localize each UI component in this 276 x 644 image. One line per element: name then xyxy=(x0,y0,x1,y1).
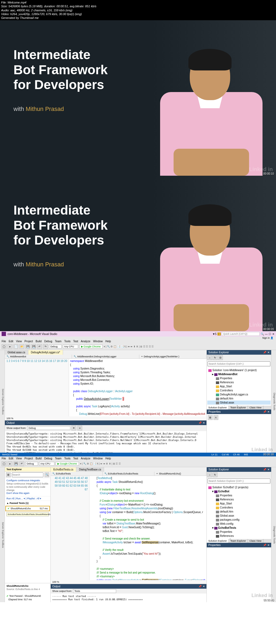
platform-dropdown[interactable]: Any CPU xyxy=(39,462,54,466)
close-icon[interactable]: ✕ xyxy=(203,585,205,588)
menu-team[interactable]: Team xyxy=(55,457,61,460)
se-tab-se[interactable]: Solution Explorer xyxy=(207,539,229,543)
menu-test[interactable]: Test xyxy=(73,340,78,343)
menu-build[interactable]: Build xyxy=(36,340,42,343)
code-content[interactable]: [TestMethod] public async Task ShouldRet… xyxy=(89,476,206,580)
right-rail[interactable]: Diagnostic Tools xyxy=(271,467,276,602)
menu-help[interactable]: Help xyxy=(105,457,111,460)
output-source-dropdown[interactable]: Tests xyxy=(73,589,116,593)
code-editor[interactable]: 1 2 3 4 5 6 7 8 9 10 11 12 13 14 15 16 1… xyxy=(5,359,206,416)
left-rail[interactable]: Server Explorer Toolbox xyxy=(0,350,5,453)
notification-badge[interactable]: 1 xyxy=(218,333,221,335)
right-rail[interactable]: Diagnostic Tools xyxy=(271,350,276,453)
ci-title[interactable]: Configure continuous integratio xyxy=(6,479,40,482)
menu-file[interactable]: File xyxy=(2,340,6,343)
passed-tests-group[interactable]: ▲ Passed Tests (1) xyxy=(5,501,50,505)
tab-dialog-testbase[interactable]: DialogTestBase.cs xyxy=(76,467,104,472)
te-run-links[interactable]: Run All | Run… ▾ | Playlist : All ▾ xyxy=(5,496,50,501)
config-dropdown[interactable]: Debug xyxy=(49,345,62,348)
menu-file[interactable]: File xyxy=(2,457,6,460)
quick-launch-input[interactable] xyxy=(222,332,260,336)
se-tab-team[interactable]: Team Explorer xyxy=(229,406,248,409)
window-close-icon[interactable]: ✕ xyxy=(272,333,274,335)
search-icon[interactable]: 🔍 xyxy=(261,333,264,335)
pin-icon[interactable]: 📌 xyxy=(198,585,202,588)
nav-back-icon[interactable]: ◯ xyxy=(2,344,6,349)
se-search-input[interactable] xyxy=(208,361,270,366)
undo-icon[interactable]: ↶ xyxy=(19,461,24,466)
run-button[interactable]: ▶ Google Chrome xyxy=(79,345,103,348)
tab-echobot-tests[interactable]: EchoBotTests.cs xyxy=(51,467,76,472)
redo-icon[interactable]: ↷ xyxy=(43,344,48,349)
config-dropdown[interactable]: Debug xyxy=(25,462,38,466)
menu-tools[interactable]: Tools xyxy=(64,340,70,343)
pin-icon[interactable]: 📌 xyxy=(263,468,266,471)
menu-edit[interactable]: Edit xyxy=(9,340,13,343)
left-rail[interactable]: Server Explorer Toolbox xyxy=(0,467,5,602)
se-home-icon[interactable]: ⌂ xyxy=(207,472,212,477)
menu-window[interactable]: Window xyxy=(93,457,103,460)
window-minimize-icon[interactable]: — xyxy=(265,333,268,335)
se-collapse-icon[interactable]: ⊟ xyxy=(218,355,223,360)
pin-icon[interactable]: 📌 xyxy=(263,351,266,354)
close-icon[interactable]: ✕ xyxy=(267,351,270,354)
se-home-icon[interactable]: ⌂ xyxy=(207,355,212,360)
close-icon[interactable]: ✕ xyxy=(267,544,270,547)
code-content[interactable]: namespace MiddlewareBot { using System.D… xyxy=(69,359,206,416)
output-text[interactable]: StoreInstanceByTypeSurrogate: visiting M… xyxy=(5,431,206,453)
bc-member[interactable]: ⚬ ShouldReturnEcho() xyxy=(154,472,206,476)
open-icon[interactable]: 📂 xyxy=(19,344,24,349)
menu-build[interactable]: Build xyxy=(36,457,42,460)
menu-team[interactable]: Team xyxy=(55,340,61,343)
word-wrap-icon[interactable]: ≡ xyxy=(77,426,82,431)
menu-test[interactable]: Test xyxy=(73,457,78,460)
se-refresh-icon[interactable]: ↻ xyxy=(213,355,218,360)
te-group-icon[interactable]: ⊞ xyxy=(6,472,11,477)
bc-member[interactable]: ⚬ DebugActivityLogger(TextWriter ) xyxy=(139,355,206,358)
menu-edit[interactable]: Edit xyxy=(9,457,13,460)
undo-icon[interactable]: ↶ xyxy=(37,344,42,349)
save-all-icon[interactable]: 💾 xyxy=(31,344,36,349)
zoom-level[interactable]: 100 % xyxy=(5,416,206,420)
pin-icon[interactable]: 📌 xyxy=(198,421,202,424)
bc-type[interactable]: 🔧 EchoBotTests.EchoBotTests xyxy=(103,472,155,476)
menu-project[interactable]: Project xyxy=(25,457,33,460)
se-refresh-icon[interactable]: ↻ xyxy=(213,472,218,477)
test-result-row[interactable]: ✔ShouldReturnEcho 517 ms xyxy=(5,506,50,511)
menu-view[interactable]: View xyxy=(16,340,22,343)
menu-tools[interactable]: Tools xyxy=(64,457,70,460)
close-icon[interactable]: ✕ xyxy=(203,421,205,424)
menu-analyze[interactable]: Analyze xyxy=(81,457,91,460)
menu-view[interactable]: View xyxy=(16,457,22,460)
pin-icon[interactable]: 📌 xyxy=(263,544,266,547)
props-az-icon[interactable]: A xyxy=(213,415,218,420)
bc-type[interactable]: 🔧 MiddlewareBot.DebugActivityLogger xyxy=(72,355,139,358)
save-icon[interactable]: 💾 xyxy=(13,461,18,466)
platform-dropdown[interactable]: Any CPU xyxy=(63,345,78,348)
vs-mode-icon[interactable]: ▼5 xyxy=(212,333,216,335)
close-icon[interactable]: ✕ xyxy=(267,410,270,413)
menu-debug[interactable]: Debug xyxy=(44,340,52,343)
solution-tree[interactable]: Solution 'core-Middleware' (1 project) ▸… xyxy=(207,367,271,406)
run-button[interactable]: ▶ Google Chrome xyxy=(56,462,79,466)
se-tab-class[interactable]: Class View xyxy=(248,539,263,543)
window-maximize-icon[interactable]: ☐ xyxy=(269,333,271,335)
tab-debug-activity-logger[interactable]: DebugActivityLogger.cs* xyxy=(28,350,63,355)
menu-window[interactable]: Window xyxy=(93,340,103,343)
se-tab-class[interactable]: Class View xyxy=(248,406,263,409)
search-icon[interactable]: 🔍 xyxy=(44,472,49,477)
new-file-icon[interactable]: 📄 xyxy=(13,344,18,349)
te-search-input[interactable] xyxy=(12,472,43,477)
ci-dismiss-link[interactable]: Don't show this again xyxy=(6,492,29,494)
nav-back-icon[interactable]: ◯ xyxy=(2,461,6,466)
se-search-input[interactable] xyxy=(208,479,270,483)
se-tab-se[interactable]: Solution Explorer xyxy=(207,406,229,409)
code-editor[interactable]: 40 41 42 43 44 45 46 47 48 49 50 51 52 5… xyxy=(51,476,206,580)
props-cat-icon[interactable]: ⊞ xyxy=(208,415,213,420)
menu-help[interactable]: Help xyxy=(105,340,111,343)
save-icon[interactable]: 💾 xyxy=(25,344,30,349)
tab-global-asax[interactable]: Global.asax.cs xyxy=(5,350,28,355)
output-text[interactable]: ------ Run test started ------ =========… xyxy=(51,594,206,602)
bc-project[interactable]: 🔧 EchoBotTests xyxy=(51,472,103,476)
menu-analyze[interactable]: Analyze xyxy=(81,340,91,343)
